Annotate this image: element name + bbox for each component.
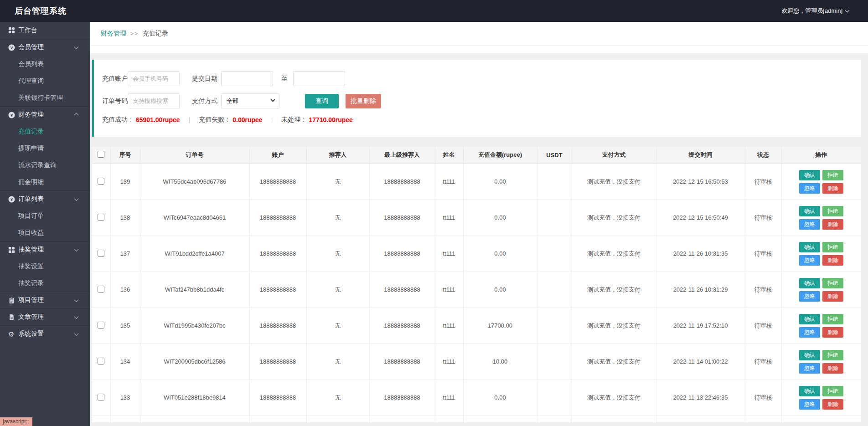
- reject-button[interactable]: 拒绝: [822, 206, 843, 216]
- cell-account: 18888888888: [249, 164, 306, 200]
- breadcrumb-separator: >>: [130, 31, 139, 37]
- order-number-label: 订单号码: [102, 97, 128, 105]
- sidebar-subitem-提现申请[interactable]: 提现申请: [0, 140, 90, 157]
- reject-button[interactable]: 拒绝: [822, 278, 843, 288]
- cell-payment: 测试充值，没接支付: [572, 236, 656, 272]
- delete-button[interactable]: 删除: [822, 327, 843, 338]
- reject-button[interactable]: 拒绝: [822, 314, 843, 324]
- order-number-input[interactable]: [128, 93, 180, 108]
- column-header: 最上级推荐人: [369, 147, 435, 164]
- cell-referrer: 无: [306, 272, 369, 308]
- date-from-input[interactable]: [221, 71, 273, 86]
- ignore-button[interactable]: 忽略: [799, 183, 820, 194]
- ignore-button[interactable]: 忽略: [799, 255, 820, 266]
- sidebar-item-抽奖管理[interactable]: 抽奖管理: [0, 241, 90, 258]
- sidebar-item-label: 订单列表: [18, 195, 44, 203]
- search-button[interactable]: 查询: [305, 94, 339, 108]
- reject-button[interactable]: 拒绝: [822, 350, 843, 360]
- reject-button[interactable]: 拒绝: [822, 242, 843, 252]
- delete-button[interactable]: 删除: [822, 255, 843, 266]
- sidebar-subitem-会员列表[interactable]: 会员列表: [0, 56, 90, 72]
- stat-pending-value: 17710.00rupee: [309, 116, 353, 123]
- sidebar-item-工作台[interactable]: 工作台: [0, 22, 90, 39]
- reject-button[interactable]: 拒绝: [822, 170, 843, 180]
- cell-referrer: 无: [306, 380, 369, 416]
- stat-success-value: 65901.00rupee: [136, 116, 180, 123]
- confirm-button[interactable]: 确认: [799, 350, 820, 360]
- yen-circle-icon: ¥: [8, 196, 18, 203]
- sidebar-item-系统设置[interactable]: ⚙系统设置: [0, 325, 90, 342]
- confirm-button[interactable]: 确认: [799, 206, 820, 216]
- sidebar-subitem-代理查询[interactable]: 代理查询: [0, 72, 90, 89]
- ignore-button[interactable]: 忽略: [799, 219, 820, 230]
- sidebar-subitem-项目收益[interactable]: 项目收益: [0, 224, 90, 241]
- delete-button[interactable]: 删除: [822, 291, 843, 302]
- sidebar-subitem-流水记录查询[interactable]: 流水记录查询: [0, 157, 90, 174]
- user-menu[interactable]: 欢迎您，管理员[admin]: [781, 7, 868, 15]
- ignore-button[interactable]: 忽略: [799, 327, 820, 338]
- v-circle-icon: V: [8, 44, 18, 51]
- cell-top_referrer: 18888888888: [369, 236, 435, 272]
- cell-actions: 确认拒绝忽略删除: [781, 380, 861, 416]
- table-row-partial: [92, 416, 861, 422]
- cell-top_referrer: 18888888888: [369, 164, 435, 200]
- cell-referrer: 无: [306, 164, 369, 200]
- delete-button[interactable]: 删除: [822, 363, 843, 374]
- row-checkbox[interactable]: [98, 250, 104, 257]
- sidebar-item-订单列表[interactable]: ¥订单列表: [0, 190, 90, 207]
- row-checkbox[interactable]: [98, 214, 104, 221]
- ignore-button[interactable]: 忽略: [799, 363, 820, 374]
- confirm-button[interactable]: 确认: [799, 170, 820, 180]
- ignore-button[interactable]: 忽略: [799, 399, 820, 410]
- row-checkbox[interactable]: [98, 322, 104, 328]
- reject-button[interactable]: 拒绝: [822, 386, 843, 396]
- sidebar-item-文章管理[interactable]: 文章管理: [0, 308, 90, 325]
- cell-status: 待审核: [745, 200, 781, 236]
- sidebar-item-会员管理[interactable]: V会员管理: [0, 39, 90, 56]
- row-checkbox[interactable]: [98, 358, 104, 364]
- welcome-text: 欢迎您，管理员[admin]: [781, 7, 842, 15]
- row-checkbox[interactable]: [98, 286, 104, 293]
- cell-order_no: WITaf247bb8b1dda4fc: [140, 272, 249, 308]
- cell-checkbox: [92, 272, 110, 308]
- sidebar-subitem-抽奖记录[interactable]: 抽奖记录: [0, 275, 90, 292]
- row-checkbox[interactable]: [98, 394, 104, 400]
- breadcrumb-parent-link[interactable]: 财务管理: [101, 30, 126, 38]
- batch-delete-button[interactable]: 批量删除: [346, 94, 381, 108]
- table-header-row: 序号订单号账户推荐人最上级推荐人姓名充值金额(rupee)USDT支付方式提交时…: [92, 147, 861, 164]
- recharge-account-input[interactable]: [128, 71, 180, 86]
- sidebar-subitem-佣金明细[interactable]: 佣金明细: [0, 174, 90, 190]
- cell-checkbox: [92, 380, 110, 416]
- grid-icon: [8, 246, 18, 253]
- cell-checkbox: [92, 344, 110, 380]
- confirm-button[interactable]: 确认: [799, 386, 820, 396]
- cell-top_referrer: 18888888888: [369, 200, 435, 236]
- delete-button[interactable]: 删除: [822, 183, 843, 194]
- confirm-button[interactable]: 确认: [799, 314, 820, 324]
- sidebar-item-label: 抽奖设置: [18, 262, 44, 271]
- cell-referrer: 无: [306, 344, 369, 380]
- cell-amount: 0.00: [463, 200, 537, 236]
- document-icon: [8, 314, 18, 321]
- date-to-input[interactable]: [293, 71, 345, 86]
- delete-button[interactable]: 删除: [822, 399, 843, 410]
- delete-button[interactable]: 删除: [822, 219, 843, 230]
- sidebar-subitem-充值记录[interactable]: 充值记录: [0, 123, 90, 140]
- payment-method-select[interactable]: 全部: [221, 93, 279, 108]
- sidebar-item-项目管理[interactable]: 项目管理: [0, 292, 90, 308]
- confirm-button[interactable]: 确认: [799, 242, 820, 252]
- ignore-button[interactable]: 忽略: [799, 291, 820, 302]
- confirm-button[interactable]: 确认: [799, 278, 820, 288]
- sidebar-subitem-抽奖设置[interactable]: 抽奖设置: [0, 258, 90, 275]
- payment-method-value: 全部: [227, 97, 238, 105]
- clipboard-icon: [8, 297, 18, 304]
- sidebar-subitem-项目订单[interactable]: 项目订单: [0, 207, 90, 224]
- cell-account: 18888888888: [249, 200, 306, 236]
- sidebar-item-财务管理[interactable]: ¥财务管理: [0, 106, 90, 123]
- cell-time: 2022-11-19 17:52:10: [656, 308, 745, 344]
- cell-order_no: WIT91bdd2cffe1a4007: [140, 236, 249, 272]
- row-checkbox[interactable]: [98, 178, 104, 185]
- select-all-checkbox[interactable]: [98, 151, 104, 158]
- sidebar-subitem-关联银行卡管理[interactable]: 关联银行卡管理: [0, 89, 90, 106]
- cell-referrer: 无: [306, 200, 369, 236]
